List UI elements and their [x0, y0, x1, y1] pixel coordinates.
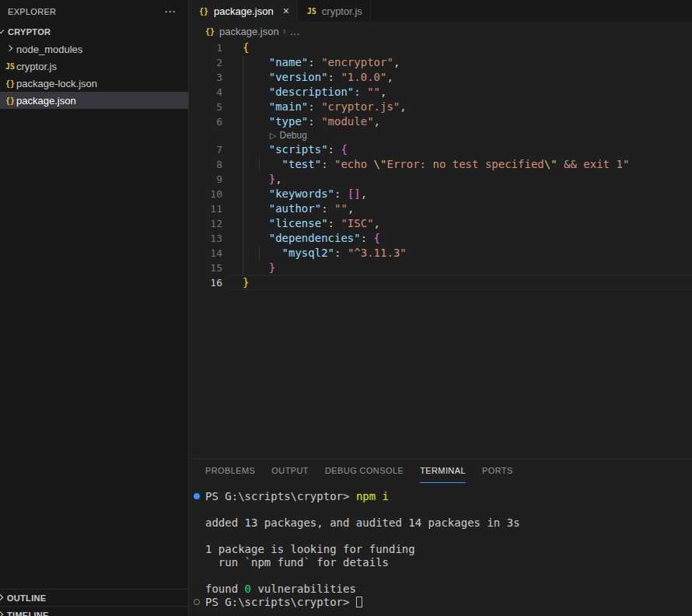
- close-icon[interactable]: ×: [283, 5, 289, 16]
- token: [243, 100, 269, 113]
- sidebar-section-timeline[interactable]: TIMELINE: [0, 606, 189, 616]
- token: [243, 115, 269, 128]
- file-icon-zone: {}: [4, 96, 16, 105]
- token: [243, 217, 269, 229]
- line-number: 11: [190, 201, 222, 216]
- token: "description": [269, 86, 355, 98]
- more-actions-icon[interactable]: ⋯: [159, 8, 180, 16]
- token: "keywords": [269, 187, 334, 200]
- code-line-9[interactable]: 9 },: [190, 172, 692, 187]
- sidebar-item-package-lock.json[interactable]: {}package-lock.json: [0, 75, 188, 92]
- terminal-line: PS G:\scripts\cryptor>: [190, 596, 692, 609]
- js-file-icon: JS: [4, 62, 16, 71]
- code-editor[interactable]: 1{2 "name": "encryptor",3 "version": "1.…: [190, 40, 692, 458]
- code-line-14[interactable]: 14 "mysql2": "^3.11.3": [190, 246, 692, 261]
- terminal-text: added 13 packages, and audited 14 packag…: [205, 516, 520, 529]
- code-line-13[interactable]: 13 "dependencies": {: [190, 231, 692, 246]
- explorer-sidebar: EXPLORER ⋯ CRYPTOR node_modulesJScryptor…: [0, 0, 189, 616]
- indent-guide: [259, 157, 260, 172]
- token: "echo: [334, 158, 374, 170]
- project-root-cryptor[interactable]: CRYPTOR: [0, 23, 188, 40]
- tab-package.json[interactable]: {}package.json×: [190, 0, 298, 22]
- sidebar-item-node_modules[interactable]: node_modules: [0, 40, 188, 58]
- token: ,: [374, 115, 380, 128]
- terminal-line: [190, 530, 692, 543]
- token: \": [544, 158, 557, 170]
- file-name: package.json: [16, 95, 76, 107]
- code-text: },: [243, 172, 282, 187]
- token: \": [374, 158, 387, 170]
- code-line-15[interactable]: 15 }: [190, 261, 692, 275]
- explorer-title: EXPLORER: [8, 7, 56, 16]
- file-name: cryptor.js: [16, 61, 57, 72]
- code-text: "mysql2": "^3.11.3": [243, 246, 407, 261]
- code-line-1[interactable]: 1{: [190, 40, 692, 55]
- terminal[interactable]: PS G:\scripts\cryptor> npm iadded 13 pac…: [190, 483, 692, 609]
- code-text: "license": "ISC",: [243, 216, 380, 231]
- panel-tab-output[interactable]: OUTPUT: [271, 459, 309, 483]
- line-number: 12: [190, 216, 222, 231]
- token: ,: [374, 217, 380, 229]
- token: [243, 86, 269, 98]
- token: "": [367, 86, 380, 98]
- token: :: [361, 232, 374, 244]
- token: :: [308, 100, 321, 113]
- command-pending-dot-icon[interactable]: [194, 599, 200, 605]
- token: "main": [269, 100, 309, 113]
- code-line-16[interactable]: 16}: [190, 275, 692, 290]
- file-icon-zone: JS: [4, 62, 16, 71]
- terminal-text: PS G:\scripts\cryptor>: [205, 596, 356, 608]
- panel-tab-problems[interactable]: PROBLEMS: [205, 459, 255, 483]
- breadcrumb[interactable]: {} package.json › …: [190, 22, 692, 40]
- code-text: "type": "module",: [243, 114, 380, 129]
- file-tree: node_modulesJScryptor.js{}package-lock.j…: [0, 40, 188, 109]
- breadcrumb-file[interactable]: package.json: [219, 26, 279, 37]
- token: "^3.11.3": [348, 247, 407, 259]
- codelens-debug[interactable]: ▷Debug: [190, 129, 692, 142]
- panel-tab-debug-console[interactable]: DEBUG CONSOLE: [325, 459, 404, 483]
- sidebar-section-outline[interactable]: OUTLINE: [0, 589, 189, 606]
- terminal-line: [190, 503, 692, 516]
- command-success-dot-icon[interactable]: [194, 493, 200, 499]
- panel-tab-terminal[interactable]: TERMINAL: [420, 459, 466, 483]
- token: "dependencies": [269, 232, 361, 244]
- code-line-10[interactable]: 10 "keywords": [],: [190, 187, 692, 201]
- breadcrumb-rest[interactable]: …: [290, 26, 300, 37]
- terminal-line: PS G:\scripts\cryptor> npm i: [190, 490, 692, 503]
- breadcrumb-separator: ›: [283, 26, 286, 37]
- code-text: {: [243, 40, 249, 55]
- line-number: 4: [190, 85, 222, 100]
- code-line-7[interactable]: 7 "scripts": {: [190, 142, 692, 157]
- code-line-4[interactable]: 4 "description": "",: [190, 85, 692, 100]
- code-line-2[interactable]: 2 "name": "encryptor",: [190, 55, 692, 70]
- panel-tab-ports[interactable]: PORTS: [482, 459, 513, 483]
- code-line-8[interactable]: 8 "test": "echo \"Error: no test specifi…: [190, 157, 692, 172]
- terminal-line: run `npm fund` for details: [190, 556, 692, 569]
- code-text: "version": "1.0.0",: [243, 70, 393, 85]
- terminal-text: found: [205, 583, 245, 595]
- token: :: [334, 187, 348, 200]
- code-text: "name": "encryptor",: [243, 55, 400, 70]
- code-text: "main": "cryptor.js",: [243, 100, 407, 114]
- token: [243, 71, 269, 83]
- code-line-5[interactable]: 5 "main": "cryptor.js",: [190, 100, 692, 114]
- token: "mysql2": [282, 247, 334, 259]
- token: :: [321, 158, 334, 170]
- line-number: 3: [190, 70, 222, 85]
- code-line-12[interactable]: 12 "license": "ISC",: [190, 216, 692, 231]
- codelens-label: Debug: [279, 130, 306, 141]
- code-line-3[interactable]: 3 "version": "1.0.0",: [190, 70, 692, 85]
- code-line-6[interactable]: 6 "type": "module",: [190, 114, 692, 129]
- token: ,: [361, 187, 367, 200]
- token: "name": [269, 56, 309, 68]
- terminal-text: PS G:\scripts\cryptor>: [205, 490, 356, 502]
- code-line-11[interactable]: 11 "author": "",: [190, 201, 692, 216]
- terminal-text: run `npm fund` for details: [205, 556, 389, 569]
- sidebar-item-package.json[interactable]: {}package.json: [0, 92, 188, 109]
- chevron-down-icon: [0, 28, 5, 36]
- token: [243, 247, 282, 259]
- sidebar-item-cryptor.js[interactable]: JScryptor.js: [0, 58, 188, 75]
- tab-cryptor.js[interactable]: JScryptor.js: [298, 0, 371, 22]
- terminal-text: vulnerabilities: [251, 583, 356, 595]
- terminal-line: found 0 vulnerabilities: [190, 583, 692, 596]
